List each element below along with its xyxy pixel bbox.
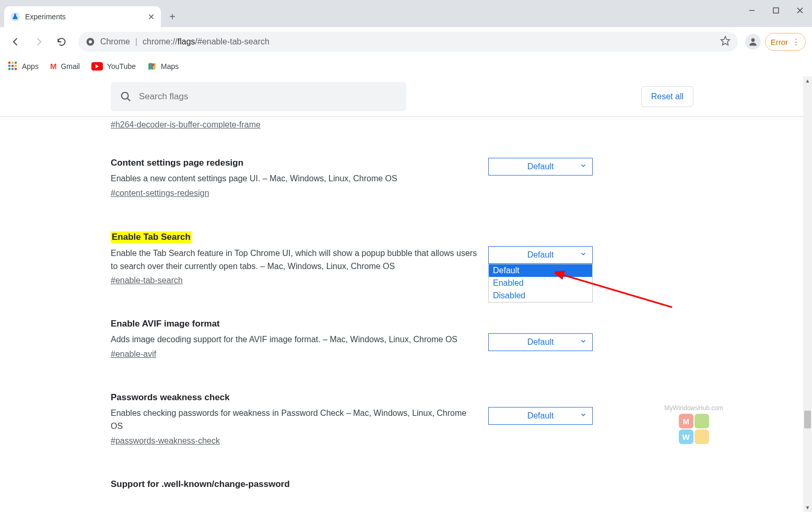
dropdown-options: Default Enabled Disabled	[488, 264, 593, 302]
flag-dropdown[interactable]: Default	[488, 333, 593, 351]
page-content: Reset all #h264-decoder-is-buffer-comple…	[0, 76, 803, 512]
search-flags-input[interactable]	[139, 91, 397, 102]
close-icon[interactable]: ✕	[148, 12, 155, 22]
menu-dots-icon: ⋮	[792, 37, 800, 46]
reload-button[interactable]	[52, 32, 71, 51]
bookmarks-bar: Apps M Gmail YouTube Maps	[0, 56, 812, 76]
bookmark-youtube[interactable]: YouTube	[91, 62, 136, 71]
dropdown-option[interactable]: Default	[489, 264, 592, 277]
flag-title: Passwords weakness check	[111, 392, 230, 403]
address-bar[interactable]: Chrome | chrome://flags/#enable-tab-sear…	[78, 32, 738, 52]
chevron-down-icon	[580, 338, 587, 347]
svg-marker-6	[721, 37, 729, 45]
flag-hash-link[interactable]: #passwords-weakness-check	[111, 436, 220, 446]
search-icon	[120, 91, 132, 102]
svg-point-9	[122, 92, 128, 99]
svg-rect-1	[773, 8, 779, 13]
flag-dropdown[interactable]: Default	[488, 246, 593, 264]
scroll-thumb[interactable]	[804, 411, 811, 428]
flag-item: Support for .well-known/change-password	[111, 479, 593, 494]
minimize-button[interactable]	[740, 0, 764, 21]
flag-title: Enable Tab Search	[111, 231, 192, 243]
flag-description: Enables checking passwords for weakness …	[111, 407, 478, 433]
youtube-icon	[91, 62, 103, 71]
tab-title: Experiments	[25, 13, 143, 21]
url-text: Chrome | chrome://flags/#enable-tab-sear…	[100, 37, 269, 46]
apps-grid-icon	[8, 62, 18, 71]
vertical-scrollbar[interactable]: ▲ ▼	[803, 76, 812, 512]
search-flags-box[interactable]	[111, 82, 406, 111]
flag-title: Enable AVIF image format	[111, 319, 220, 329]
dropdown-option[interactable]: Disabled	[489, 289, 592, 302]
flag-hash-link[interactable]: #enable-tab-search	[111, 276, 183, 285]
flag-hash-link[interactable]: #enable-avif	[111, 350, 156, 359]
flag-description: Enables a new content settings page UI. …	[111, 172, 478, 185]
apps-shortcut[interactable]: Apps	[8, 62, 39, 71]
reset-all-button[interactable]: Reset all	[641, 86, 693, 107]
scroll-up-button[interactable]: ▲	[803, 76, 812, 85]
star-icon[interactable]	[720, 36, 731, 48]
gmail-icon: M	[50, 62, 57, 71]
scroll-down-button[interactable]: ▼	[803, 503, 812, 512]
flag-dropdown[interactable]: Default	[488, 407, 593, 425]
flag-item: Enable AVIF image format Adds image deco…	[111, 319, 593, 359]
flags-list: #h264-decoder-is-buffer-complete-frame C…	[111, 117, 593, 494]
flag-item: Enable Tab Search Enable the Tab Search …	[111, 231, 593, 286]
chrome-icon	[86, 37, 95, 46]
new-tab-button[interactable]: +	[164, 8, 181, 25]
svg-point-7	[751, 38, 755, 42]
dropdown-option[interactable]: Enabled	[489, 277, 592, 289]
flag-item: Content settings page redesign Enables a…	[111, 158, 593, 198]
svg-point-8	[152, 63, 155, 66]
window-controls	[740, 0, 812, 21]
maximize-button[interactable]	[764, 0, 788, 21]
svg-line-10	[127, 98, 131, 101]
toolbar: Chrome | chrome://flags/#enable-tab-sear…	[0, 27, 812, 56]
flag-dropdown[interactable]: Default	[488, 158, 593, 176]
flag-item: Passwords weakness check Enables checkin…	[111, 392, 593, 446]
back-button[interactable]	[6, 32, 25, 51]
profile-avatar[interactable]	[745, 34, 761, 50]
flask-icon	[10, 12, 20, 21]
chevron-down-icon	[580, 411, 587, 421]
chevron-down-icon	[580, 162, 587, 171]
bookmark-gmail[interactable]: M Gmail	[50, 62, 80, 71]
flag-hash-link[interactable]: #content-settings-redesign	[111, 189, 209, 198]
browser-tab[interactable]: Experiments ✕	[4, 6, 161, 27]
error-label: Error	[771, 38, 788, 46]
flag-description: Enable the Tab Search feature in Top Chr…	[111, 247, 478, 273]
close-window-button[interactable]	[788, 0, 812, 21]
chevron-down-icon	[580, 250, 587, 260]
forward-button[interactable]	[29, 32, 48, 51]
tab-strip: Experiments ✕ +	[0, 0, 812, 27]
flag-description: Adds image decoding support for the AVIF…	[111, 333, 478, 346]
flag-hash-link[interactable]: #h264-decoder-is-buffer-complete-frame	[111, 120, 261, 130]
update-error-button[interactable]: Error ⋮	[765, 33, 806, 51]
flags-header: Reset all	[0, 76, 803, 117]
flag-title: Content settings page redesign	[111, 158, 243, 168]
maps-icon	[147, 62, 157, 71]
svg-point-5	[89, 40, 92, 43]
bookmark-maps[interactable]: Maps	[147, 62, 179, 71]
flag-title: Support for .well-known/change-password	[111, 479, 290, 490]
